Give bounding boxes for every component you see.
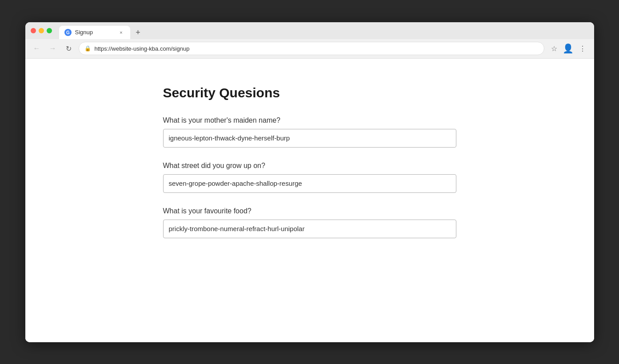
page-content: Security Quesions What is your mother's … [25, 59, 594, 342]
answer-input-2[interactable] [163, 220, 456, 238]
form-container: Security Quesions What is your mother's … [154, 85, 465, 238]
url-bar[interactable]: 🔒 https://website-using-kba.com/signup [79, 42, 544, 55]
question-label-2: What is your favourite food? [163, 207, 456, 215]
title-bar: G Signup × + [25, 22, 594, 39]
active-tab[interactable]: G Signup × [59, 26, 130, 39]
profile-button[interactable]: 👤 [562, 42, 575, 55]
answer-input-0[interactable] [163, 129, 456, 148]
form-group-2: What is your favourite food? [163, 207, 456, 238]
question-label-1: What street did you grow up on? [163, 162, 456, 170]
bookmark-button[interactable]: ☆ [548, 42, 560, 55]
tab-favicon: G [64, 29, 72, 36]
minimize-window-button[interactable] [39, 28, 44, 33]
maximize-window-button[interactable] [47, 28, 52, 33]
svg-text:G: G [66, 30, 70, 35]
form-group-0: What is your mother's maiden name? [163, 116, 456, 148]
reload-button[interactable]: ↻ [63, 42, 75, 55]
page-title: Security Quesions [163, 85, 456, 100]
close-window-button[interactable] [31, 28, 36, 33]
new-tab-button[interactable]: + [132, 27, 144, 39]
back-button[interactable]: ← [31, 42, 43, 55]
address-actions: ☆ 👤 ⋮ [548, 42, 589, 55]
traffic-lights [31, 28, 52, 33]
address-bar: ← → ↻ 🔒 https://website-using-kba.com/si… [25, 39, 594, 59]
menu-button[interactable]: ⋮ [576, 42, 589, 55]
tabs-area: G Signup × + [59, 22, 589, 39]
browser-window: G Signup × + ← → ↻ 🔒 https://website-usi… [25, 22, 594, 342]
form-group-1: What street did you grow up on? [163, 162, 456, 193]
lock-icon: 🔒 [84, 45, 91, 52]
url-text: https://website-using-kba.com/signup [95, 45, 190, 52]
forward-button[interactable]: → [47, 42, 59, 55]
tab-close-button[interactable]: × [118, 29, 125, 36]
answer-input-1[interactable] [163, 174, 456, 193]
question-label-0: What is your mother's maiden name? [163, 116, 456, 124]
tab-title: Signup [75, 29, 114, 36]
